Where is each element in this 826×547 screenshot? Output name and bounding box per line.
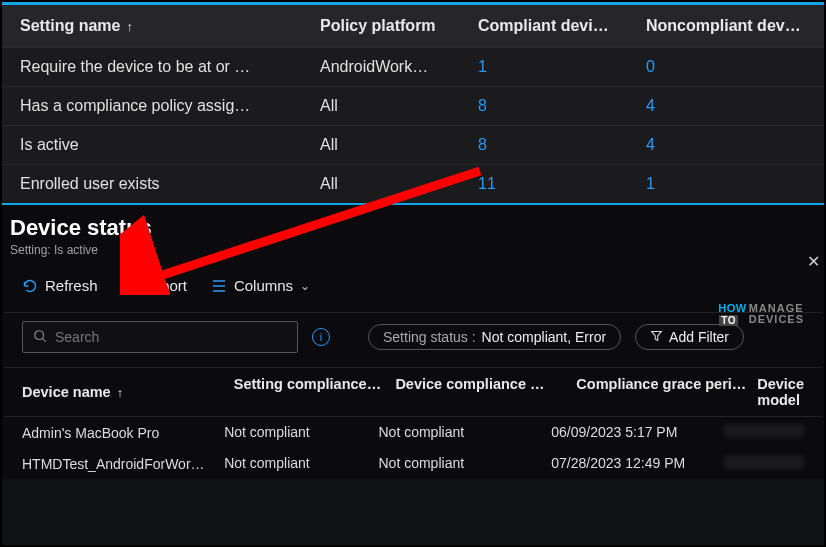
col-noncompliant[interactable]: Noncompliant dev…	[646, 17, 806, 35]
refresh-button[interactable]: Refresh	[22, 277, 98, 294]
info-icon[interactable]: i	[312, 328, 330, 346]
status-filter-pill[interactable]: Setting status : Not compliant, Error	[368, 324, 621, 350]
device-name: Admin's MacBook Pro	[22, 424, 224, 441]
filter-bar: i Setting status : Not compliant, Error …	[4, 312, 822, 367]
col-setting-name[interactable]: Setting name ↑	[20, 17, 320, 35]
page-title: Device status	[4, 215, 822, 241]
compliant-count[interactable]: 8	[478, 97, 487, 114]
device-model	[724, 424, 804, 441]
table-row[interactable]: Require the device to be at or … Android…	[2, 47, 824, 86]
policy-platform: AndroidWork…	[320, 58, 478, 76]
col-compliant[interactable]: Compliant devi…	[478, 17, 646, 35]
columns-label: Columns	[234, 277, 293, 294]
device-row[interactable]: HTMDTest_AndroidForWor… Not compliant No…	[4, 448, 822, 479]
sort-asc-icon: ↑	[126, 19, 133, 34]
compliant-count[interactable]: 8	[478, 136, 487, 153]
policy-platform: All	[320, 97, 478, 115]
device-row[interactable]: Admin's MacBook Pro Not compliant Not co…	[4, 417, 822, 448]
col-grace-period[interactable]: Compliance grace peri…	[576, 376, 757, 408]
page-subtitle: Setting: Is active	[4, 241, 822, 273]
policy-platform: All	[320, 175, 478, 193]
device-compliance: Not compliant	[379, 455, 552, 472]
device-model	[724, 455, 804, 472]
col-device-compliance[interactable]: Device compliance …	[395, 376, 576, 408]
device-grid-header: Device name ↑ Setting compliance… Device…	[4, 367, 822, 417]
noncompliant-count[interactable]: 0	[646, 58, 655, 75]
settings-header-row: Setting name ↑ Policy platform Compliant…	[2, 5, 824, 47]
search-input-wrapper[interactable]	[22, 321, 298, 353]
columns-icon	[211, 279, 227, 293]
logo-how: HOW	[718, 302, 746, 314]
refresh-label: Refresh	[45, 277, 98, 294]
search-icon	[33, 329, 47, 346]
filter-icon	[650, 329, 663, 345]
col-device-name[interactable]: Device name ↑	[22, 376, 234, 408]
logo-line2: DEVICES	[749, 314, 804, 325]
grace-period: 07/28/2023 12:49 PM	[551, 455, 724, 472]
export-label: Export	[144, 277, 187, 294]
noncompliant-count[interactable]: 4	[646, 97, 655, 114]
status-filter-label: Setting status :	[383, 329, 476, 345]
table-row[interactable]: Is active All 8 4	[2, 125, 824, 164]
columns-button[interactable]: Columns ⌄	[211, 277, 310, 294]
col-setting-compliance[interactable]: Setting compliance…	[234, 376, 396, 408]
noncompliant-count[interactable]: 4	[646, 136, 655, 153]
add-filter-button[interactable]: Add Filter	[635, 324, 744, 350]
table-row[interactable]: Has a compliance policy assig… All 8 4	[2, 86, 824, 125]
search-input[interactable]	[55, 329, 287, 345]
setting-name: Enrolled user exists	[20, 175, 320, 193]
device-status-panel: Device status Setting: Is active Refresh…	[2, 205, 824, 479]
setting-name: Require the device to be at or …	[20, 58, 320, 76]
table-row[interactable]: Enrolled user exists All 11 1	[2, 164, 824, 203]
export-button[interactable]: Export	[122, 277, 187, 294]
status-filter-value: Not compliant, Error	[482, 329, 606, 345]
toolbar: Refresh Export Columns ⌄	[4, 273, 822, 312]
col-device-model[interactable]: Device model	[757, 376, 804, 408]
add-filter-label: Add Filter	[669, 329, 729, 345]
settings-table: Setting name ↑ Policy platform Compliant…	[2, 5, 824, 203]
compliant-count[interactable]: 11	[478, 175, 496, 192]
refresh-icon	[22, 278, 38, 294]
setting-name: Is active	[20, 136, 320, 154]
sort-asc-icon: ↑	[117, 385, 124, 400]
svg-point-0	[35, 330, 44, 339]
logo-to: TO	[719, 315, 738, 326]
device-compliance: Not compliant	[379, 424, 552, 441]
device-name: HTMDTest_AndroidForWor…	[22, 455, 224, 472]
col-policy-platform[interactable]: Policy platform	[320, 17, 478, 35]
policy-platform: All	[320, 136, 478, 154]
grace-period: 06/09/2023 5:17 PM	[551, 424, 724, 441]
setting-name: Has a compliance policy assig…	[20, 97, 320, 115]
setting-compliance: Not compliant	[224, 455, 378, 472]
watermark-logo: HOW TO MANAGE DEVICES	[718, 302, 804, 326]
close-icon[interactable]: ✕	[807, 252, 820, 271]
col-setting-name-label: Setting name	[20, 17, 120, 35]
chevron-down-icon: ⌄	[300, 279, 310, 293]
noncompliant-count[interactable]: 1	[646, 175, 655, 192]
download-icon	[122, 278, 137, 293]
setting-compliance: Not compliant	[224, 424, 378, 441]
compliant-count[interactable]: 1	[478, 58, 487, 75]
